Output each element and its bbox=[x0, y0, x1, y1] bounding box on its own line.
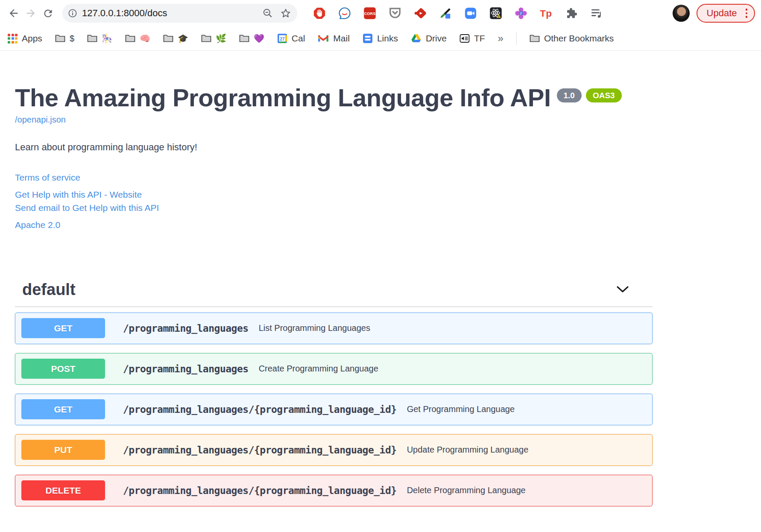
react-devtools-extension-icon[interactable] bbox=[489, 6, 503, 20]
update-button[interactable]: Update bbox=[697, 4, 755, 23]
folder-icon bbox=[55, 34, 65, 43]
oas3-badge: OAS3 bbox=[586, 88, 622, 102]
bookmark-folder-grad[interactable]: 🎓 bbox=[163, 33, 188, 44]
endpoint-row[interactable]: GET /programming_languages List Programm… bbox=[15, 313, 653, 344]
page-title: The Amazing Programming Language Info AP… bbox=[15, 85, 551, 111]
bookmark-drive[interactable]: Drive bbox=[411, 33, 447, 44]
tp-extension-icon[interactable]: Tp bbox=[539, 6, 553, 20]
endpoint-summary: Delete Programming Language bbox=[407, 485, 526, 495]
page-info-icon[interactable] bbox=[67, 8, 78, 18]
endpoint-path: /programming_languages/{programming_lang… bbox=[123, 444, 397, 456]
reload-button[interactable] bbox=[39, 5, 56, 22]
puzzle-extensions-icon[interactable] bbox=[565, 6, 578, 20]
collapse-chevron-icon[interactable] bbox=[616, 285, 629, 294]
endpoint-summary: Update Programming Language bbox=[407, 445, 529, 455]
drive-icon bbox=[411, 34, 421, 43]
forward-arrow-icon bbox=[25, 7, 37, 19]
endpoint-path: /programming_languages bbox=[123, 363, 249, 374]
endpoint-summary: Get Programming Language bbox=[407, 404, 515, 414]
folder-icon bbox=[201, 34, 211, 43]
folder-icon bbox=[87, 34, 97, 43]
bookmarks-divider bbox=[516, 32, 517, 45]
endpoint-path: /programming_languages bbox=[123, 323, 249, 334]
svg-text:27: 27 bbox=[280, 37, 285, 41]
color-picker-extension-icon[interactable] bbox=[439, 6, 452, 20]
terms-of-service-link[interactable]: Terms of service bbox=[15, 172, 761, 183]
api-description: Learn about programming language history… bbox=[15, 142, 761, 153]
bookmarks-overflow-chevron[interactable]: » bbox=[498, 32, 503, 44]
bookmark-star-icon[interactable] bbox=[280, 8, 291, 19]
openapi-json-link[interactable]: /openapi.json bbox=[15, 115, 66, 125]
zoom-video-extension-icon[interactable] bbox=[464, 6, 477, 20]
method-badge: PUT bbox=[21, 440, 105, 460]
svg-text:CORS: CORS bbox=[364, 12, 376, 16]
browser-menu-icon[interactable] bbox=[743, 9, 750, 18]
zoom-out-icon[interactable] bbox=[262, 8, 273, 19]
method-badge: GET bbox=[21, 399, 105, 419]
method-badge: GET bbox=[21, 318, 105, 338]
bookmark-folder-brain[interactable]: 🧠 bbox=[125, 33, 150, 44]
browser-toolbar: 127.0.0.1:8000/docs CORS bbox=[0, 0, 761, 26]
method-badge: DELETE bbox=[21, 480, 105, 500]
svg-text:Tp: Tp bbox=[540, 8, 552, 19]
folder-icon bbox=[239, 34, 249, 43]
extensions-row: CORS Tp bbox=[313, 6, 668, 20]
bookmark-gmail[interactable]: Mail bbox=[318, 33, 350, 44]
bookmark-tf[interactable]: TF bbox=[460, 33, 485, 44]
section-divider bbox=[15, 307, 653, 307]
profile-avatar[interactable] bbox=[673, 5, 690, 22]
tag-section-default: default GET /programming_languages List … bbox=[15, 281, 653, 506]
gmail-icon bbox=[318, 34, 329, 43]
url-bar[interactable]: 127.0.0.1:8000/docs bbox=[62, 4, 297, 23]
reload-icon bbox=[42, 8, 54, 19]
endpoint-summary: List Programming Languages bbox=[259, 323, 370, 333]
endpoint-row[interactable]: POST /programming_languages Create Progr… bbox=[15, 353, 653, 385]
apps-grid-icon bbox=[8, 34, 18, 44]
red-diamond-extension-icon[interactable] bbox=[413, 6, 427, 20]
bookmark-folder-carousel[interactable]: 🎠 bbox=[87, 33, 112, 44]
bookmark-folder-heart[interactable]: 💜 bbox=[239, 33, 264, 44]
block-hand-extension-icon[interactable] bbox=[313, 6, 326, 20]
get-help-website-link[interactable]: Get Help with this API - Website bbox=[15, 190, 761, 200]
forward-button[interactable] bbox=[22, 5, 39, 22]
folder-icon bbox=[530, 34, 540, 43]
back-arrow-icon bbox=[8, 7, 20, 19]
folder-icon bbox=[125, 34, 135, 43]
cors-extension-icon[interactable]: CORS bbox=[363, 6, 377, 20]
license-link[interactable]: Apache 2.0 bbox=[15, 220, 761, 230]
purple-pinwheel-extension-icon[interactable] bbox=[514, 6, 528, 20]
back-button[interactable] bbox=[5, 5, 22, 22]
tf-icon bbox=[460, 34, 470, 43]
swagger-page: The Amazing Programming Language Info AP… bbox=[0, 51, 761, 506]
chat-bubble-extension-icon[interactable] bbox=[338, 6, 351, 20]
pocket-extension-icon[interactable] bbox=[388, 6, 402, 20]
bookmarks-bar: Apps $ 🎠 🧠 🎓 🌿 💜 27 Cal bbox=[0, 26, 761, 51]
endpoint-row[interactable]: GET /programming_languages/{programming_… bbox=[15, 394, 653, 425]
version-badge: 1.0 bbox=[557, 88, 582, 102]
bookmark-apps[interactable]: Apps bbox=[8, 33, 42, 44]
bookmark-folder-dollar[interactable]: $ bbox=[55, 34, 74, 44]
bookmark-calendar[interactable]: 27 Cal bbox=[277, 33, 305, 44]
method-badge: POST bbox=[21, 359, 105, 379]
endpoint-path: /programming_languages/{programming_lang… bbox=[123, 485, 397, 496]
endpoint-path: /programming_languages/{programming_lang… bbox=[123, 404, 397, 415]
endpoint-row[interactable]: DELETE /programming_languages/{programmi… bbox=[15, 475, 653, 506]
endpoint-row[interactable]: PUT /programming_languages/{programming_… bbox=[15, 434, 653, 466]
section-header[interactable]: default bbox=[15, 281, 653, 299]
media-queue-extension-icon[interactable] bbox=[590, 6, 603, 20]
url-text[interactable]: 127.0.0.1:8000/docs bbox=[82, 8, 262, 19]
bookmark-links[interactable]: Links bbox=[363, 33, 398, 44]
endpoint-summary: Create Programming Language bbox=[259, 364, 378, 374]
update-label: Update bbox=[707, 8, 737, 19]
section-title: default bbox=[22, 281, 76, 299]
bookmark-folder-herb[interactable]: 🌿 bbox=[201, 33, 226, 44]
folder-icon bbox=[163, 34, 173, 43]
other-bookmarks[interactable]: Other Bookmarks bbox=[530, 33, 614, 44]
links-doc-icon bbox=[363, 33, 373, 44]
calendar-icon: 27 bbox=[277, 33, 287, 44]
send-email-link[interactable]: Send email to Get Help with this API bbox=[15, 203, 761, 213]
